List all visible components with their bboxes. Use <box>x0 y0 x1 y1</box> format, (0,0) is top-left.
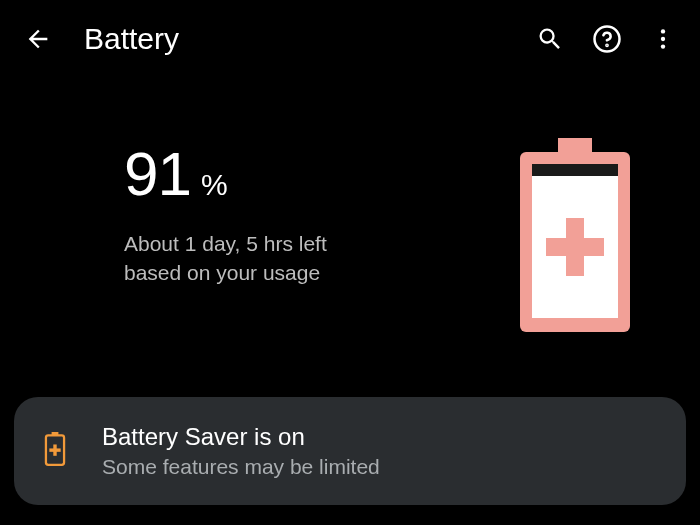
battery-graphic <box>510 138 640 337</box>
svg-rect-8 <box>532 164 618 176</box>
search-button[interactable] <box>536 25 564 53</box>
battery-plus-icon <box>510 138 640 333</box>
arrow-back-icon <box>24 25 52 53</box>
battery-summary: 91 % About 1 day, 5 hrs left based on yo… <box>0 78 700 377</box>
percent-symbol: % <box>201 168 228 202</box>
more-vert-icon <box>650 26 676 52</box>
app-header: Battery <box>0 0 700 78</box>
saver-subtitle: Some features may be limited <box>102 455 656 479</box>
svg-point-1 <box>606 45 607 46</box>
search-icon <box>536 25 564 53</box>
saver-text: Battery Saver is on Some features may be… <box>102 423 656 479</box>
battery-saver-icon <box>44 432 66 466</box>
estimate-line2: based on your usage <box>124 258 450 287</box>
svg-rect-10 <box>546 238 604 256</box>
page-title: Battery <box>84 22 504 56</box>
svg-point-2 <box>661 29 665 33</box>
more-button[interactable] <box>650 26 676 52</box>
svg-point-3 <box>661 37 665 41</box>
battery-saver-card[interactable]: Battery Saver is on Some features may be… <box>14 397 686 505</box>
saver-icon-container <box>44 432 66 470</box>
battery-info: 91 % About 1 day, 5 hrs left based on yo… <box>124 138 450 288</box>
help-button[interactable] <box>592 24 622 54</box>
svg-rect-14 <box>49 448 60 451</box>
back-button[interactable] <box>24 25 52 53</box>
percent-value: 91 <box>124 138 191 209</box>
svg-point-4 <box>661 44 665 48</box>
saver-title: Battery Saver is on <box>102 423 656 451</box>
estimate-line1: About 1 day, 5 hrs left <box>124 229 450 258</box>
header-actions <box>536 24 676 54</box>
help-icon <box>592 24 622 54</box>
battery-percentage: 91 % <box>124 138 450 209</box>
